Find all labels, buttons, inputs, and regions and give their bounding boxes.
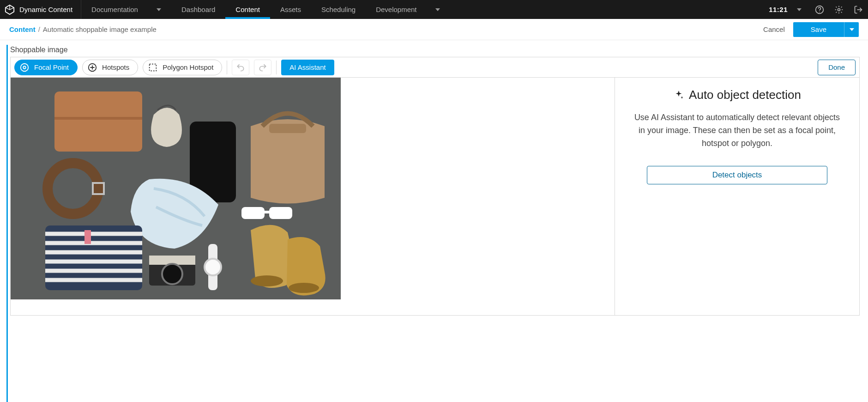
ai-assistant-panel: Auto object detection Use AI Assistant t…: [615, 78, 859, 315]
chevron-down-icon: [850, 28, 854, 31]
svg-point-30: [251, 275, 283, 286]
tool-polygon-hotspot[interactable]: Polygon Hotspot: [143, 60, 222, 75]
nav-content[interactable]: Content: [225, 0, 270, 19]
svg-rect-11: [269, 124, 306, 133]
editor-content: Auto object detection Use AI Assistant t…: [11, 78, 859, 315]
top-nav: Dynamic Content Documentation Dashboard …: [0, 0, 868, 19]
ai-panel-title: Auto object detection: [689, 88, 801, 102]
svg-point-2: [838, 8, 840, 11]
nav-scheduling[interactable]: Scheduling: [311, 0, 366, 19]
chevron-down-icon: [157, 8, 161, 11]
ai-assistant-button[interactable]: AI Assistant: [281, 60, 334, 75]
editor-frame: Focal Point Hotspots Polygon Hotspot AI …: [10, 57, 860, 316]
svg-rect-14: [241, 207, 265, 219]
svg-point-1: [819, 12, 820, 12]
logout-button[interactable]: [849, 0, 868, 19]
tool-hotspots-label: Hotspots: [102, 63, 129, 71]
product-flatlay-image: [11, 78, 341, 299]
help-button[interactable]: [810, 0, 829, 19]
svg-rect-6: [150, 64, 157, 71]
page-body: Shoppable image Focal Point Hotspots Pol…: [0, 40, 868, 402]
nav-documentation-label: Documentation: [91, 6, 138, 13]
time-label: 11:21: [769, 6, 788, 13]
subheader-actions: Cancel Save: [763, 22, 859, 37]
save-dropdown-button[interactable]: [844, 22, 859, 37]
nav-scheduling-label: Scheduling: [321, 6, 356, 13]
save-button-group: Save: [793, 22, 859, 37]
subheader: Content / Automatic shoppable image exam…: [0, 19, 868, 40]
svg-point-4: [23, 66, 26, 69]
nav-content-label: Content: [235, 6, 260, 13]
svg-point-3: [21, 63, 29, 71]
logout-icon: [854, 5, 863, 14]
settings-button[interactable]: [829, 0, 849, 19]
breadcrumb-separator: /: [38, 25, 40, 33]
svg-point-27: [162, 264, 182, 284]
nav-assets-label: Assets: [280, 6, 301, 13]
target-icon: [19, 62, 30, 73]
chevron-down-icon: [435, 8, 440, 11]
nav-dashboard-label: Dashboard: [181, 6, 215, 13]
accent-gutter: [6, 45, 8, 402]
done-button[interactable]: Done: [818, 60, 856, 75]
breadcrumb-root[interactable]: Content: [9, 25, 36, 33]
toolbar-separator: [227, 61, 227, 74]
gear-icon: [834, 5, 844, 14]
svg-point-31: [289, 283, 319, 293]
undo-button[interactable]: [232, 60, 249, 75]
section-label: Shoppable image: [10, 46, 860, 54]
brand-logo-icon: [5, 5, 15, 15]
plus-circle-icon: [87, 62, 97, 73]
svg-rect-9: [54, 117, 142, 120]
time-indicator[interactable]: 11:21: [760, 0, 810, 19]
nav-assets[interactable]: Assets: [270, 0, 311, 19]
tool-hotspots[interactable]: Hotspots: [82, 60, 138, 75]
detect-objects-button[interactable]: Detect objects: [647, 166, 827, 184]
help-icon: [815, 5, 824, 14]
image-canvas[interactable]: [11, 78, 341, 315]
tool-focal-point[interactable]: Focal Point: [14, 60, 78, 75]
brand-label: Dynamic Content: [19, 6, 72, 13]
ai-panel-title-row: Auto object detection: [630, 88, 844, 102]
toolbar-separator: [276, 61, 277, 74]
tool-focal-point-label: Focal Point: [34, 63, 69, 71]
save-button[interactable]: Save: [793, 22, 844, 37]
svg-rect-24: [84, 230, 91, 244]
svg-rect-8: [54, 91, 142, 152]
cancel-button[interactable]: Cancel: [763, 25, 785, 33]
sparkle-icon: [673, 90, 684, 101]
breadcrumb-current: Automatic shoppable image example: [43, 25, 157, 33]
nav-documentation[interactable]: Documentation: [81, 0, 171, 19]
redo-icon: [258, 63, 267, 72]
svg-rect-15: [269, 207, 292, 219]
brand: Dynamic Content: [0, 0, 81, 19]
tool-polygon-hotspot-label: Polygon Hotspot: [163, 63, 213, 71]
ai-panel-description: Use AI Assistant to automatically detect…: [630, 111, 844, 150]
undo-icon: [236, 63, 245, 72]
redo-button[interactable]: [254, 60, 271, 75]
chevron-down-icon: [797, 8, 802, 11]
svg-point-29: [205, 259, 221, 275]
editor-toolbar: Focal Point Hotspots Polygon Hotspot AI …: [11, 57, 859, 78]
polygon-select-icon: [148, 62, 158, 73]
nav-development[interactable]: Development: [366, 0, 450, 19]
nav-development-label: Development: [376, 6, 416, 13]
nav-dashboard[interactable]: Dashboard: [171, 0, 225, 19]
svg-rect-16: [265, 211, 269, 213]
